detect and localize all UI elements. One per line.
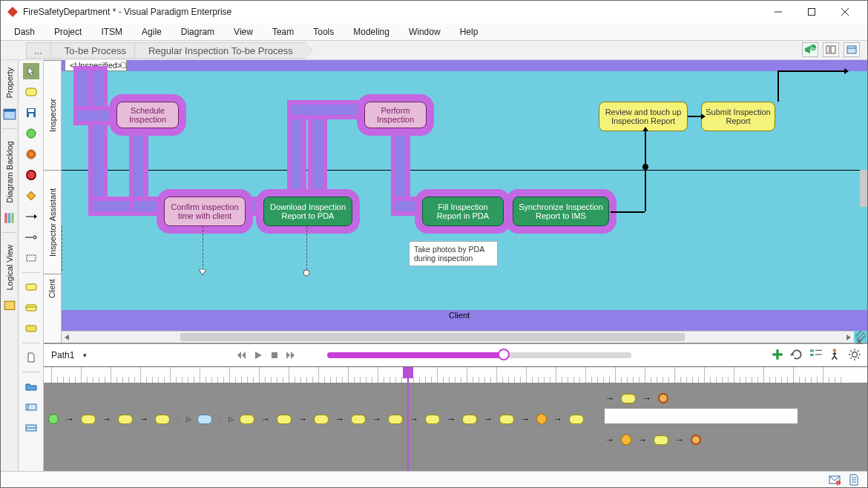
- menu-diagram[interactable]: Diagram: [181, 27, 214, 37]
- mail-icon[interactable]: 1: [829, 474, 841, 486]
- task-yellow-tool[interactable]: [23, 320, 39, 337]
- cursor-tool[interactable]: [23, 63, 39, 79]
- announce-icon[interactable]: 9+: [802, 42, 818, 57]
- task-confirm-label: Confirm inspection time with client: [168, 202, 242, 220]
- path-dropdown-caret[interactable]: ▾: [83, 352, 87, 359]
- logical-icon: [3, 300, 16, 313]
- maximize-button[interactable]: [795, 1, 828, 23]
- minimize-button[interactable]: [761, 1, 795, 23]
- animation-path-label[interactable]: Path1: [51, 350, 74, 360]
- menu-itsm[interactable]: ITSM: [101, 27, 122, 37]
- data-object-tool[interactable]: [23, 349, 39, 366]
- pool-header: [62, 60, 867, 71]
- animation-close[interactable]: ✕: [855, 337, 863, 347]
- layout-icon[interactable]: [823, 42, 839, 57]
- svg-marker-27: [34, 214, 37, 219]
- svg-rect-34: [26, 326, 36, 332]
- svg-marker-43: [65, 334, 69, 340]
- association-tool[interactable]: [23, 229, 39, 245]
- title-bar: FireSafetyDepartment * - Visual Paradigm…: [1, 1, 867, 23]
- vertical-scroll-hint[interactable]: [860, 170, 867, 207]
- task-download[interactable]: Download Inspection Report to PDA: [263, 197, 352, 226]
- pool-tool[interactable]: [23, 399, 39, 415]
- sidetab-backlog[interactable]: Diagram Backlog: [5, 136, 14, 208]
- timeline[interactable]: /* ticks drawn below via css only approx…: [44, 366, 867, 471]
- task-sync[interactable]: Synchronize Inspection Report to IMS: [513, 197, 609, 226]
- forward-button[interactable]: [284, 349, 297, 362]
- timeline-start[interactable]: [48, 414, 59, 424]
- svg-line-66: [858, 357, 859, 359]
- folder-tool[interactable]: [23, 378, 39, 395]
- menu-tools[interactable]: Tools: [313, 27, 334, 37]
- run-icon[interactable]: [829, 348, 842, 361]
- sidetab-logical[interactable]: Logical View: [5, 240, 14, 295]
- task-schedule[interactable]: Schedule Inspection: [116, 102, 179, 128]
- svg-marker-46: [237, 352, 241, 359]
- menu-help[interactable]: Help: [460, 27, 479, 37]
- svg-line-68: [858, 350, 859, 352]
- scrollbar-thumb[interactable]: [180, 333, 685, 341]
- svg-rect-20: [29, 113, 33, 117]
- magnifier-icon[interactable]: [119, 62, 128, 70]
- save-tool[interactable]: [23, 105, 39, 121]
- call-activity-tool[interactable]: [23, 300, 39, 316]
- window-icon[interactable]: [844, 42, 860, 57]
- menu-agile[interactable]: Agile: [142, 27, 162, 37]
- svg-point-39: [120, 62, 126, 68]
- menu-team[interactable]: Team: [272, 27, 294, 37]
- svg-text:9+: 9+: [811, 46, 816, 50]
- menu-project[interactable]: Project: [54, 27, 82, 37]
- diagram-surface[interactable]: Client <Unspecified> Schedule Inspect: [62, 60, 867, 343]
- breadcrumb-1[interactable]: To-be Process: [50, 42, 139, 59]
- progress-knob[interactable]: [498, 349, 510, 360]
- task-fill[interactable]: Fill Inspection Report in PDA: [422, 197, 504, 226]
- property-icon: [3, 108, 16, 121]
- gateway-tool[interactable]: [23, 188, 39, 204]
- task-download-label: Download Inspection Report to PDA: [267, 202, 349, 220]
- svg-rect-12: [4, 109, 16, 111]
- message-arrow-1: [199, 269, 206, 277]
- add-path-icon[interactable]: [771, 348, 784, 361]
- sequence-flow-tool[interactable]: [23, 208, 39, 225]
- end-event-tool[interactable]: [23, 167, 39, 183]
- task-submit[interactable]: Submit Inspection Report: [701, 102, 775, 131]
- svg-line-40: [125, 67, 128, 70]
- menu-dash[interactable]: Dash: [14, 27, 35, 37]
- close-button[interactable]: [828, 1, 861, 23]
- breadcrumb-2[interactable]: Regular Inspection To-be Process: [134, 42, 306, 59]
- task-perform[interactable]: Perform Inspection: [364, 102, 427, 128]
- diagram-area[interactable]: Inspector Inspector Assistant Client Cli…: [44, 60, 867, 343]
- progress-slider[interactable]: [327, 352, 631, 358]
- page-icon[interactable]: [848, 474, 860, 486]
- play-button[interactable]: [251, 349, 265, 362]
- tool-palette: [19, 60, 44, 471]
- task-confirm[interactable]: Confirm inspection time with client: [164, 197, 246, 226]
- lane-tool[interactable]: [23, 420, 39, 436]
- settings-icon[interactable]: [848, 348, 861, 361]
- breadcrumb-bar: ... To-be Process Regular Inspection To-…: [1, 41, 867, 60]
- refresh-icon[interactable]: [790, 348, 803, 361]
- stop-button[interactable]: [268, 349, 281, 362]
- rewind-button[interactable]: [235, 349, 249, 362]
- menu-bar: Dash Project ITSM Agile Diagram View Tea…: [1, 23, 867, 41]
- list-icon[interactable]: [809, 348, 823, 361]
- timeline-ruler[interactable]: /* ticks drawn below via css only approx…: [44, 367, 867, 383]
- svg-rect-7: [826, 46, 829, 53]
- menu-modeling[interactable]: Modeling: [353, 27, 389, 37]
- message-arrow-2: [303, 269, 310, 277]
- horizontal-scrollbar[interactable]: [62, 331, 854, 343]
- sidetab-property[interactable]: Property: [5, 63, 14, 103]
- svg-point-60: [852, 352, 858, 357]
- intermediate-event-tool[interactable]: [23, 146, 39, 162]
- svg-marker-51: [291, 352, 295, 359]
- svg-rect-49: [272, 352, 277, 358]
- subprocess-tool[interactable]: [23, 279, 39, 295]
- start-event-tool[interactable]: [23, 125, 39, 142]
- menu-window[interactable]: Window: [409, 27, 441, 37]
- unspecified-chip[interactable]: <Unspecified>: [65, 60, 127, 71]
- note-tool[interactable]: [23, 84, 39, 100]
- menu-view[interactable]: View: [234, 27, 253, 37]
- marquee-tool[interactable]: [23, 250, 39, 266]
- arrow-icon: →: [605, 393, 615, 403]
- svg-point-42: [303, 270, 309, 276]
